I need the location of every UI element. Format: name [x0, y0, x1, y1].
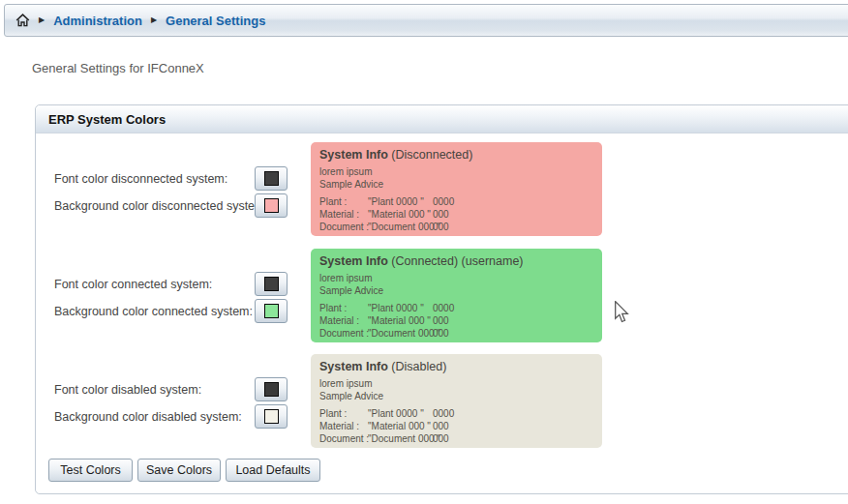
row-bg-disconnected: Background color disconnected system: — [54, 193, 288, 218]
card-line: Sample Advice — [319, 284, 593, 297]
row-bg-connected: Background color connected system: — [54, 299, 288, 323]
card-line: lorem ipsum — [319, 377, 593, 390]
bg-disabled-label: Background color disabled system: — [54, 410, 242, 424]
row-font-disabled: Font color disabled system: — [54, 377, 288, 401]
font-disconnected-swatch — [264, 171, 279, 186]
general-settings-page: ▶ Administration ▶ General Settings Gene… — [0, 0, 848, 504]
test-colors-button[interactable]: Test Colors — [48, 459, 133, 482]
font-disabled-color-button[interactable] — [255, 377, 288, 401]
bg-disabled-color-button[interactable] — [255, 404, 288, 429]
load-defaults-button[interactable]: Load Defaults — [226, 459, 320, 482]
row-font-connected: Font color connected system: — [54, 272, 288, 296]
card-detail-rows: Plant :"Plant 0000 "0000 Material :"Mate… — [319, 407, 593, 445]
bg-disconnected-label: Background color disconnected system: — [54, 199, 268, 213]
font-connected-label: Font color connected system: — [54, 278, 212, 291]
card-detail-rows: Plant :"Plant 0000 "0000 Material :"Mate… — [319, 195, 593, 233]
font-disconnected-color-button[interactable] — [255, 166, 288, 191]
row-bg-disabled: Background color disabled system: — [54, 404, 288, 429]
card-line: lorem ipsum — [319, 165, 593, 178]
card-detail-rows: Plant :"Plant 0000 "0000 Material :"Mate… — [319, 302, 593, 340]
card-line: lorem ipsum — [319, 272, 593, 284]
home-icon[interactable] — [15, 14, 30, 27]
preview-card-disconnected: System Info (Disconnected) lorem ipsum S… — [311, 142, 602, 236]
chevron-separator-icon: ▶ — [39, 16, 45, 24]
mouse-cursor-icon — [614, 301, 629, 324]
card-title: System Info (Disabled) — [319, 359, 593, 375]
bg-disabled-swatch — [264, 409, 279, 424]
row-font-disconnected: Font color disconnected system: — [54, 166, 288, 191]
breadcrumb-link-administration[interactable]: Administration — [53, 14, 142, 28]
font-connected-swatch — [264, 277, 279, 291]
bg-connected-color-button[interactable] — [255, 299, 288, 323]
bg-disconnected-color-button[interactable] — [255, 193, 288, 218]
preview-card-connected: System Info (Connected) (username) lorem… — [311, 249, 602, 342]
card-line: Sample Advice — [319, 390, 593, 402]
font-connected-color-button[interactable] — [255, 272, 288, 296]
font-disconnected-label: Font color disconnected system: — [54, 172, 227, 186]
card-line: Sample Advice — [319, 178, 593, 191]
panel-header: ERP System Colors — [36, 105, 848, 133]
card-title: System Info (Disconnected) — [319, 147, 593, 163]
breadcrumb: ▶ Administration ▶ General Settings — [4, 4, 848, 37]
panel-title: ERP System Colors — [48, 112, 166, 127]
breadcrumb-link-general-settings[interactable]: General Settings — [166, 14, 265, 28]
bg-connected-label: Background color connected system: — [54, 305, 253, 318]
font-disabled-swatch — [264, 382, 279, 397]
font-disabled-label: Font color disabled system: — [54, 383, 201, 397]
page-subtitle: General Settings for IFConneX — [32, 61, 204, 75]
chevron-separator-icon: ▶ — [151, 16, 157, 24]
card-title: System Info (Connected) (username) — [319, 253, 593, 270]
bg-connected-swatch — [264, 304, 279, 318]
preview-card-disabled: System Info (Disabled) lorem ipsum Sampl… — [311, 354, 602, 448]
save-colors-button[interactable]: Save Colors — [137, 459, 221, 482]
bg-disconnected-swatch — [264, 198, 279, 213]
